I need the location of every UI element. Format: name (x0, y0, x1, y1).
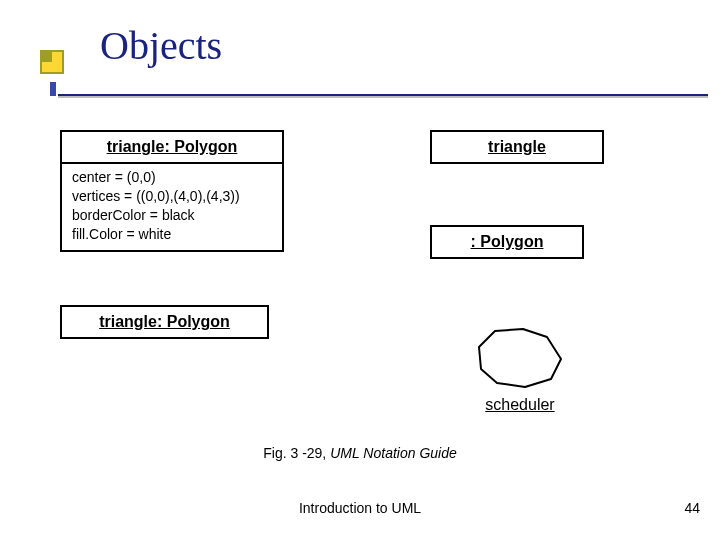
caption-prefix: Fig. 3 -29, (263, 445, 330, 461)
uml-object-name: triangle (432, 132, 602, 162)
title-accent-icon (50, 82, 56, 96)
svg-marker-0 (479, 329, 561, 387)
uml-attr: borderColor = black (72, 206, 272, 225)
title-underline (58, 94, 708, 96)
footer-text: Introduction to UML (0, 500, 720, 516)
uml-object-triangle-polygon-full: triangle: Polygon center = (0,0) vertice… (60, 130, 284, 252)
title-bullet-icon (40, 50, 64, 74)
uml-attr: fill.Color = white (72, 225, 272, 244)
uml-object-triangle: triangle (430, 130, 604, 164)
uml-object-anonymous-polygon: : Polygon (430, 225, 584, 259)
uml-object-triangle-polygon-nameonly: triangle: Polygon (60, 305, 269, 339)
caption-italic: UML Notation Guide (330, 445, 457, 461)
uml-object-name: scheduler (460, 396, 580, 414)
slide-title: Objects (100, 22, 222, 69)
uml-attr: vertices = ((0,0),(4,0),(4,3)) (72, 187, 272, 206)
uml-object-name: triangle: Polygon (62, 132, 282, 162)
slide: Objects triangle: Polygon center = (0,0)… (0, 0, 720, 540)
uml-attr: center = (0,0) (72, 168, 272, 187)
figure-caption: Fig. 3 -29, UML Notation Guide (0, 445, 720, 461)
uml-object-name: triangle: Polygon (62, 307, 267, 337)
uml-object-scheduler: scheduler (460, 325, 580, 414)
title-bullet-inner-icon (42, 52, 52, 62)
slide-number: 44 (684, 500, 700, 516)
cloud-icon (475, 325, 565, 390)
uml-object-name: : Polygon (432, 227, 582, 257)
uml-object-attributes: center = (0,0) vertices = ((0,0),(4,0),(… (62, 164, 282, 250)
